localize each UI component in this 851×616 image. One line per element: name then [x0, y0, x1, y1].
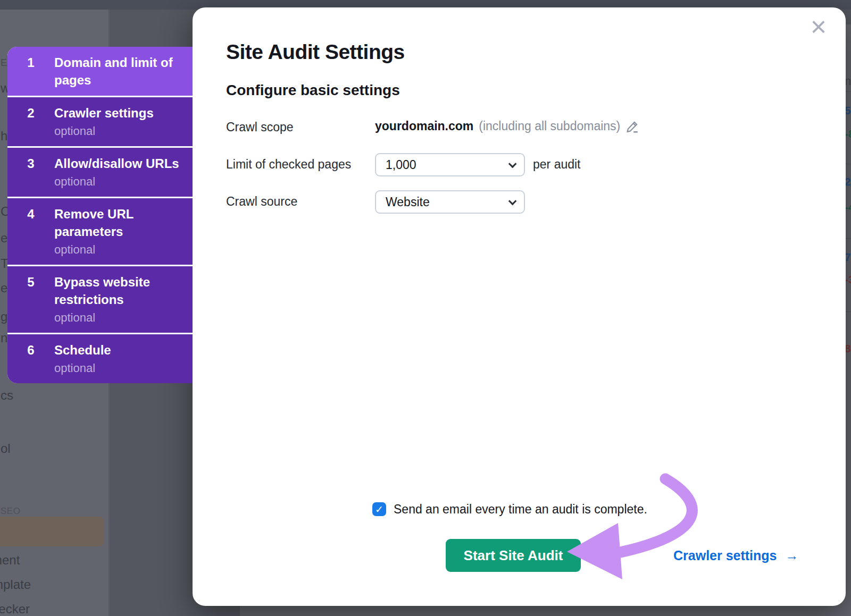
sidebar-fragment: mplate — [0, 577, 31, 592]
limit-select-value: 1,000 — [386, 158, 508, 172]
step-number: 6 — [7, 341, 54, 376]
step-optional-label: optional — [54, 174, 183, 190]
modal-subtitle: Configure basic settings — [226, 82, 400, 99]
step-number: 5 — [7, 273, 54, 326]
sidebar-fragment: ment — [0, 553, 20, 568]
crawl-scope-value: yourdomain.com (including all subdomains… — [375, 119, 639, 133]
crawl-scope-note: (including all subdomains) — [479, 119, 620, 133]
crawl-scope-label: Crawl scope — [226, 120, 294, 134]
edit-icon[interactable] — [625, 120, 639, 133]
sidebar-fragment: hecker — [0, 602, 30, 616]
sidebar-fragment: h — [1, 129, 7, 144]
step-schedule[interactable]: 6 Schedule optional — [7, 334, 193, 383]
sidebar-fragment: g — [1, 309, 7, 324]
step-domain-and-limit[interactable]: 1 Domain and limit of pages — [7, 47, 193, 96]
step-optional-label: optional — [54, 360, 183, 376]
step-number: 2 — [7, 104, 54, 139]
step-remove-url-parameters[interactable]: 4 Remove URL parameters optional — [7, 198, 193, 265]
step-number: 4 — [7, 205, 54, 258]
crawl-scope-domain: yourdomain.com — [375, 119, 473, 133]
check-icon: ✓ — [375, 504, 383, 514]
sidebar-section-label: SEO — [1, 506, 20, 517]
step-title: Domain and limit of pages — [54, 54, 183, 89]
sidebar-fragment: ol — [1, 441, 11, 456]
step-optional-label: optional — [54, 310, 183, 326]
chevron-down-icon — [508, 197, 517, 205]
modal-title: Site Audit Settings — [226, 40, 405, 64]
crawler-settings-link-label: Crawler settings — [673, 548, 777, 563]
step-title: Bypass website restrictions — [54, 273, 183, 308]
sidebar-active-row — [0, 517, 104, 546]
crawl-source-select[interactable]: Website — [375, 190, 525, 214]
step-optional-label: optional — [54, 242, 183, 258]
step-crawler-settings[interactable]: 2 Crawler settings optional — [7, 97, 193, 146]
email-checkbox[interactable]: ✓ — [372, 502, 386, 516]
crawler-settings-link[interactable]: Crawler settings → — [673, 548, 799, 563]
step-bypass-website-restrictions[interactable]: 5 Bypass website restrictions optional — [7, 266, 193, 333]
sidebar-fragment: cs — [1, 388, 13, 403]
step-list: 1 Domain and limit of pages 2 Crawler se… — [7, 47, 193, 383]
chevron-down-icon — [508, 159, 517, 168]
crawl-source-select-value: Website — [386, 195, 508, 209]
step-title: Schedule — [54, 341, 183, 359]
limit-select[interactable]: 1,000 — [375, 153, 525, 176]
crawl-source-label: Crawl source — [226, 195, 297, 209]
arrow-right-icon: → — [786, 548, 799, 563]
step-allow-disallow-urls[interactable]: 3 Allow/disallow URLs optional — [7, 148, 193, 197]
step-number: 1 — [7, 54, 54, 89]
step-title: Remove URL parameters — [54, 205, 183, 240]
step-title: Crawler settings — [54, 104, 183, 122]
per-audit-label: per audit — [533, 157, 581, 172]
email-checkbox-label: Send an email every time an audit is com… — [394, 502, 647, 517]
start-site-audit-button[interactable]: Start Site Audit — [446, 539, 581, 572]
site-audit-settings-modal: × Site Audit Settings Configure basic se… — [193, 7, 846, 606]
step-number: 3 — [7, 155, 54, 190]
step-optional-label: optional — [54, 123, 183, 139]
limit-label: Limit of checked pages — [226, 157, 351, 172]
step-title: Allow/disallow URLs — [54, 155, 183, 172]
close-icon[interactable]: × — [811, 13, 827, 40]
